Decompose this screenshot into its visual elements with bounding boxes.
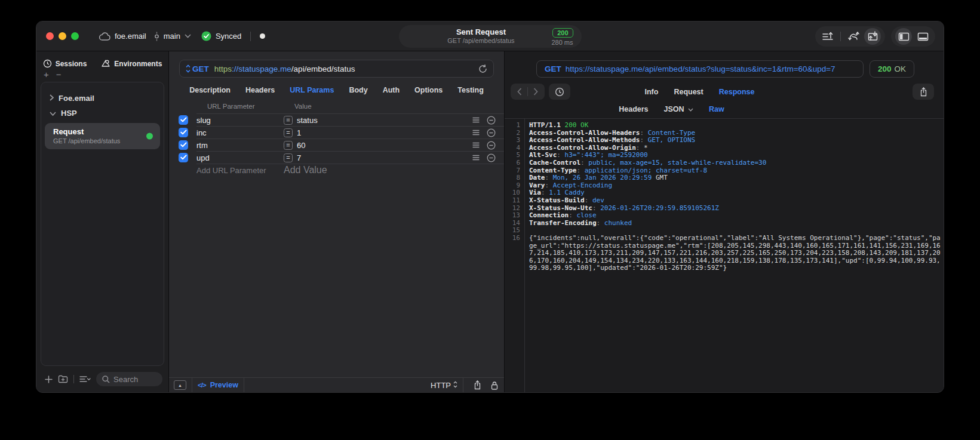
- request-actions-group: [815, 26, 885, 47]
- request-summary-pill[interactable]: Sent Request GET /api/embed/status 200 2…: [399, 25, 582, 48]
- param-name[interactable]: slug: [196, 116, 284, 125]
- tab-info[interactable]: Info: [645, 88, 659, 96]
- protocol-label: HTTP: [431, 381, 451, 390]
- sort-filter-button[interactable]: [79, 376, 91, 383]
- add-param-value-field[interactable]: Add Value: [284, 165, 327, 176]
- line-number: 16: [505, 235, 524, 242]
- remove-param-icon[interactable]: [487, 128, 496, 137]
- tab-response[interactable]: Response: [719, 88, 755, 96]
- url-scheme[interactable]: https: [214, 64, 232, 73]
- line-number: 4: [505, 144, 524, 152]
- titlebar: foe.email main Synced Sent Request GET /…: [36, 21, 944, 51]
- collapse-panel-button[interactable]: ▲: [174, 380, 186, 390]
- request-method[interactable]: GET: [192, 64, 209, 73]
- tree-group-hsp[interactable]: HSP: [45, 106, 160, 121]
- new-folder-button[interactable]: [58, 375, 68, 383]
- request-url-bar[interactable]: GET https://statuspage.me/api/embed/stat…: [179, 60, 494, 78]
- close-window-button[interactable]: [46, 32, 54, 40]
- session-dot-icon[interactable]: [260, 33, 265, 39]
- param-name[interactable]: upd: [196, 153, 284, 162]
- protocol-selector[interactable]: HTTP: [431, 381, 457, 390]
- code-icon: </>: [198, 381, 206, 389]
- tab-description[interactable]: Description: [189, 86, 231, 94]
- response-header: GET https://statuspage.me/api/embed/stat…: [505, 51, 944, 78]
- param-name[interactable]: inc: [196, 128, 284, 137]
- remove-param-icon[interactable]: [487, 141, 496, 150]
- params-header-row: URL Parameter Value: [169, 101, 504, 113]
- tab-environments[interactable]: Environments: [101, 59, 162, 68]
- response-line: 14Transfer-Encoding: chunked: [505, 220, 944, 227]
- sidebar-toggle-icon[interactable]: [895, 28, 912, 45]
- subtab-json[interactable]: JSON: [664, 105, 694, 113]
- url-host[interactable]: ://statuspage.me: [232, 64, 291, 73]
- sync-status-label: Synced: [216, 32, 241, 41]
- share-icon[interactable]: [474, 380, 481, 390]
- param-checkbox[interactable]: [179, 140, 188, 150]
- sidebar-item-request[interactable]: Request GET /api/embed/status: [45, 123, 160, 149]
- import-export-icon[interactable]: [819, 28, 836, 45]
- lock-icon[interactable]: [491, 381, 498, 390]
- tab-headers[interactable]: Headers: [245, 86, 275, 94]
- export-response-button[interactable]: [913, 84, 934, 100]
- param-options-icon[interactable]: [472, 130, 480, 136]
- send-receive-panel-icon[interactable]: [864, 28, 881, 45]
- remove-param-icon[interactable]: [487, 116, 496, 125]
- tree-group-foe-email[interactable]: Foe.email: [45, 91, 160, 106]
- preview-button[interactable]: </> Preview: [198, 381, 238, 389]
- method-stepper-icon[interactable]: [186, 64, 191, 73]
- back-icon[interactable]: [513, 85, 526, 99]
- param-value[interactable]: 60: [297, 141, 305, 150]
- param-checkbox[interactable]: [179, 128, 188, 137]
- zoom-window-button[interactable]: [71, 32, 79, 40]
- param-add-row[interactable]: Add URL Parameter Add Value: [169, 164, 504, 176]
- tab-testing[interactable]: Testing: [457, 86, 484, 94]
- project-name[interactable]: foe.email: [115, 32, 146, 41]
- tab-auth[interactable]: Auth: [383, 86, 400, 94]
- add-session-button[interactable]: +: [44, 72, 49, 80]
- response-status-text: OK: [894, 64, 906, 73]
- merge-arrows-icon[interactable]: [845, 28, 862, 45]
- resend-icon[interactable]: [478, 64, 487, 73]
- param-value[interactable]: 1: [297, 128, 301, 137]
- remove-session-button[interactable]: −: [56, 72, 62, 80]
- search-placeholder: Search: [113, 375, 138, 384]
- sent-request-url[interactable]: GET https://statuspage.me/api/embed/stat…: [536, 60, 864, 78]
- chevron-down-icon[interactable]: [50, 109, 56, 118]
- tab-sessions[interactable]: Sessions: [43, 59, 87, 68]
- param-checkbox[interactable]: [179, 115, 188, 125]
- param-row[interactable]: slug=status: [169, 113, 504, 126]
- param-name[interactable]: rtm: [196, 141, 284, 150]
- tab-url-params[interactable]: URL Params: [290, 86, 334, 94]
- response-subtabs: Headers JSON Raw: [505, 100, 944, 119]
- desktop: { "titlebar": { "project": "foe.email", …: [0, 0, 980, 440]
- search-input[interactable]: Search: [96, 372, 162, 386]
- add-param-name-field[interactable]: Add URL Parameter: [196, 166, 284, 175]
- tab-options[interactable]: Options: [414, 86, 443, 94]
- tab-request[interactable]: Request: [674, 88, 703, 96]
- subtab-raw[interactable]: Raw: [709, 105, 724, 113]
- response-code[interactable]: 1HTTP/1.1 200 OK2Access-Control-Allow-He…: [505, 119, 944, 392]
- response-method: GET: [545, 64, 561, 73]
- new-request-button[interactable]: [45, 376, 53, 383]
- param-options-icon[interactable]: [472, 155, 480, 161]
- remove-param-icon[interactable]: [487, 153, 496, 162]
- tab-body[interactable]: Body: [349, 86, 367, 94]
- request-title: Sent Request: [411, 27, 552, 37]
- minimize-window-button[interactable]: [59, 32, 66, 40]
- line-number: 1: [505, 122, 524, 130]
- request-item-subtitle: GET /api/embed/status: [53, 137, 153, 144]
- branch-name[interactable]: main: [164, 32, 180, 41]
- param-checkbox[interactable]: [179, 153, 188, 162]
- url-path[interactable]: /api/embed/status: [291, 64, 355, 73]
- bottom-panel-toggle-icon[interactable]: [914, 28, 931, 45]
- param-options-icon[interactable]: [472, 142, 480, 148]
- param-options-icon[interactable]: [472, 117, 480, 123]
- param-row[interactable]: inc=1: [169, 126, 504, 139]
- branch-chevron-down-icon[interactable]: [185, 34, 191, 38]
- param-row[interactable]: rtm=60: [169, 139, 504, 151]
- param-row[interactable]: upd=7: [169, 151, 504, 164]
- param-value[interactable]: 7: [297, 153, 301, 162]
- subtab-headers[interactable]: Headers: [619, 105, 648, 113]
- chevron-right-icon[interactable]: [50, 94, 54, 103]
- param-value[interactable]: status: [297, 116, 318, 125]
